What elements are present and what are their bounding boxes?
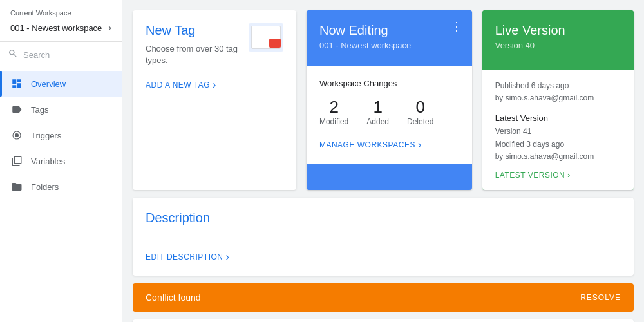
resolve-button[interactable]: RESOLVE: [580, 293, 621, 302]
add-new-tag-button[interactable]: ADD A NEW TAG ›: [146, 79, 283, 91]
sidebar-item-label-triggers: Triggers: [31, 131, 61, 140]
tags-icon: [10, 103, 23, 116]
description-card: Description EDIT DESCRIPTION ›: [133, 198, 634, 276]
now-editing-card: Now Editing 001 - Newest workspace ⋮ Wor…: [307, 10, 472, 190]
sidebar-item-label-folders: Folders: [31, 182, 59, 192]
arrow-right-icon: ›: [213, 79, 216, 91]
changes-label: Workspace Changes: [319, 79, 459, 88]
new-tag-icon: [249, 23, 283, 52]
sidebar: Current Workspace 001 - Newest workspace…: [0, 0, 122, 322]
sidebar-item-variables[interactable]: Variables: [0, 148, 122, 174]
new-tag-card-header: New Tag Choose from over 30 tag types.: [146, 23, 283, 66]
stat-deleted: 0 Deleted: [407, 97, 433, 126]
manage-workspaces-arrow-icon: ›: [418, 139, 422, 151]
sidebar-item-folders[interactable]: Folders: [0, 174, 122, 200]
latest-version-button[interactable]: LATEST VERSION ›: [495, 171, 621, 180]
search-input[interactable]: [23, 50, 114, 60]
edit-description-arrow-icon: ›: [225, 251, 229, 263]
latest-version-info: Version 41 Modified 3 days ago by simo.s…: [495, 126, 621, 163]
stat-modified-num: 2: [319, 97, 348, 117]
sidebar-item-triggers[interactable]: Triggers: [0, 122, 122, 148]
workspace-changes-section: Workspace Changes Name ▲ Type Change Las…: [133, 319, 634, 322]
more-options-icon[interactable]: ⋮: [451, 19, 463, 33]
workspace-selector[interactable]: 001 - Newest workspace ›: [0, 19, 122, 42]
folders-icon: [10, 180, 23, 193]
manage-workspaces-button[interactable]: MANAGE WORKSPACES ›: [319, 139, 459, 151]
live-version-card: Live Version Version 40 Published 6 days…: [482, 10, 634, 190]
live-version-top: Live Version Version 40: [482, 10, 634, 70]
cards-row-2: Description EDIT DESCRIPTION ›: [133, 198, 634, 276]
triggers-icon: [10, 129, 23, 142]
stat-added: 1 Added: [366, 97, 389, 126]
workspace-label: Current Workspace: [0, 0, 122, 19]
sidebar-item-label-variables: Variables: [31, 156, 65, 166]
live-version-title: Live Version: [495, 23, 621, 38]
overview-icon: [10, 77, 23, 90]
search-icon: [8, 48, 18, 61]
stat-added-label: Added: [366, 117, 389, 126]
conflict-banner: Conflict found RESOLVE: [133, 283, 634, 312]
sidebar-item-overview[interactable]: Overview: [0, 71, 122, 97]
stat-modified-label: Modified: [319, 117, 348, 126]
new-tag-card: New Tag Choose from over 30 tag types. A…: [133, 10, 296, 190]
now-editing-workspace: 001 - Newest workspace: [319, 41, 459, 50]
new-tag-description: Choose from over 30 tag types.: [146, 43, 249, 66]
tag-arrow-decoration: [269, 39, 281, 48]
nav-items: Overview Tags Triggers Variables: [0, 68, 122, 322]
stat-added-num: 1: [366, 97, 389, 117]
now-editing-bottom: Workspace Changes 2 Modified 1 Added 0 D…: [307, 66, 472, 164]
main-content: New Tag Choose from over 30 tag types. A…: [122, 0, 644, 322]
search-bar: [0, 42, 122, 68]
stat-deleted-num: 0: [407, 97, 433, 117]
description-title: Description: [146, 211, 621, 225]
new-tag-title: New Tag: [146, 23, 249, 38]
sidebar-item-label-tags: Tags: [31, 105, 48, 115]
now-editing-title: Now Editing: [319, 23, 459, 38]
svg-point-1: [15, 133, 19, 137]
latest-version-arrow-icon: ›: [567, 171, 571, 180]
conflict-text: Conflict found: [146, 292, 201, 303]
sidebar-item-label-overview: Overview: [31, 79, 66, 89]
workspace-name: 001 - Newest workspace: [10, 23, 102, 33]
edit-description-button[interactable]: EDIT DESCRIPTION ›: [146, 251, 621, 263]
published-info: Published 6 days ago by simo.s.ahava@gma…: [495, 80, 621, 104]
live-version-bottom: Published 6 days ago by simo.s.ahava@gma…: [482, 70, 634, 190]
changes-stats: 2 Modified 1 Added 0 Deleted: [319, 97, 459, 126]
now-editing-top: Now Editing 001 - Newest workspace ⋮: [307, 10, 472, 66]
chevron-right-icon: ›: [108, 22, 111, 33]
live-version-number: Version 40: [495, 41, 621, 50]
stat-modified: 2 Modified: [319, 97, 348, 126]
cards-row-1: New Tag Choose from over 30 tag types. A…: [133, 10, 634, 190]
stat-deleted-label: Deleted: [407, 117, 433, 126]
variables-icon: [10, 155, 23, 167]
latest-version-label: Latest Version: [495, 113, 621, 123]
sidebar-item-tags[interactable]: Tags: [0, 97, 122, 122]
